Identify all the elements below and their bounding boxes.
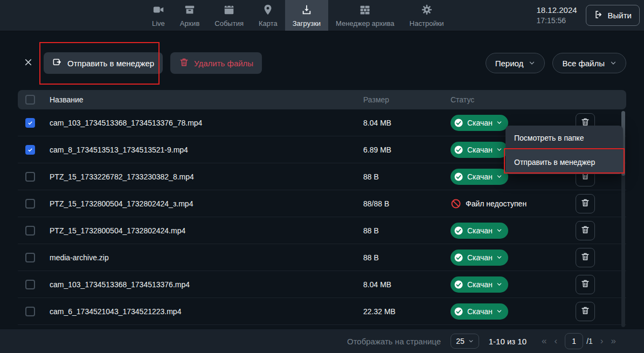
nav-item-downloads[interactable]: Загрузки xyxy=(285,0,328,31)
close-icon xyxy=(23,57,33,69)
top-navbar: Live Архив События Карта Загрузки Менедж… xyxy=(0,0,644,31)
pagination-bar: Отображать на странице 25 1-10 из 10 « ‹… xyxy=(0,329,644,353)
nav-item-archive-manager[interactable]: Менеджер архива xyxy=(328,0,402,31)
map-pin-icon xyxy=(262,4,274,17)
delete-file-button[interactable] xyxy=(576,275,595,294)
period-filter-dropdown[interactable]: Период xyxy=(486,53,545,73)
file-size: 88 B xyxy=(363,226,451,235)
check-circle-icon xyxy=(454,118,463,128)
row-checkbox[interactable] xyxy=(25,145,35,155)
menu-item-send-to-manager[interactable]: Отправить в менеджер xyxy=(505,150,623,174)
delete-file-button[interactable] xyxy=(576,221,595,240)
delete-file-button[interactable] xyxy=(576,302,595,321)
table-row: PTZ_15_1732800504_1732802424_з.mp4 88/88… xyxy=(18,190,626,217)
status-badge[interactable]: Скачан xyxy=(451,223,508,239)
video-camera-icon xyxy=(153,4,164,17)
status-badge[interactable]: Скачан xyxy=(451,142,508,158)
file-size: 88 B xyxy=(363,253,451,262)
delete-file-button[interactable] xyxy=(576,194,595,213)
logout-label: Выйти xyxy=(608,11,632,20)
chevron-down-icon xyxy=(496,308,502,314)
check-circle-icon xyxy=(454,253,463,262)
status-badge[interactable]: Скачан xyxy=(451,169,508,185)
trash-icon xyxy=(580,306,590,317)
row-checkbox[interactable] xyxy=(25,199,35,209)
row-checkbox[interactable] xyxy=(25,118,35,128)
header-name: Название xyxy=(41,95,363,104)
row-checkbox[interactable] xyxy=(25,280,35,289)
table-header: Название Размер Статус xyxy=(18,90,626,109)
file-name: cam_103_1734513368_1734513376_78.mp4 xyxy=(41,119,363,127)
archive-icon xyxy=(184,4,196,17)
trash-icon xyxy=(580,252,590,263)
row-checkbox[interactable] xyxy=(25,226,35,236)
filters: Период Все файлы xyxy=(486,53,626,73)
row-checkbox[interactable] xyxy=(25,253,35,262)
next-page-icon[interactable]: › xyxy=(600,336,604,347)
file-size: 6.89 MB xyxy=(363,146,451,154)
last-page-icon[interactable]: » xyxy=(611,336,616,347)
table-row: cam_6_1734521043_1734521223.mp4 22.32 MB… xyxy=(18,298,626,325)
check-circle-icon xyxy=(454,145,463,155)
nav-item-archive[interactable]: Архив xyxy=(172,0,207,31)
row-checkbox[interactable] xyxy=(25,307,35,316)
send-to-manager-button[interactable]: Отправить в менеджер xyxy=(44,52,163,74)
status-badge[interactable]: Скачан xyxy=(451,115,508,131)
nav-item-label: Менеджер архива xyxy=(336,19,394,27)
datetime: 18.12.2024 17:15:56 xyxy=(537,4,577,26)
current-page[interactable]: 1 xyxy=(565,333,583,349)
file-type-filter-dropdown[interactable]: Все файлы xyxy=(552,53,626,73)
chevron-down-icon xyxy=(468,337,474,345)
row-checkbox[interactable] xyxy=(25,172,35,182)
blocked-icon xyxy=(451,198,461,209)
download-icon xyxy=(301,4,313,17)
nav-item-map[interactable]: Карта xyxy=(251,0,285,31)
file-name: media-archive.zip xyxy=(41,253,363,262)
events-icon xyxy=(223,4,235,17)
delete-files-button[interactable]: Удалить файлы xyxy=(170,52,262,74)
selection-toolbar: Отправить в менеджер Удалить файлы Перио… xyxy=(18,52,626,74)
header-size: Размер xyxy=(363,95,451,104)
status-badge[interactable]: Скачан xyxy=(451,276,508,293)
per-page-dropdown[interactable]: 25 xyxy=(451,334,479,349)
trash-icon xyxy=(580,225,590,236)
downloads-page: Отправить в менеджер Удалить файлы Перио… xyxy=(0,52,644,325)
send-to-manager-icon xyxy=(52,57,63,69)
nav-item-events[interactable]: События xyxy=(207,0,251,31)
header-status: Статус xyxy=(451,95,576,104)
status-label: Скачан xyxy=(467,226,493,235)
file-name: cam_6_1734521043_1734521223.mp4 xyxy=(41,307,363,316)
nav-item-settings[interactable]: Настройки xyxy=(402,0,452,31)
chevron-down-icon xyxy=(496,227,502,233)
check-circle-icon xyxy=(454,226,463,236)
file-size: 88/88 B xyxy=(363,199,451,208)
logout-icon xyxy=(594,10,604,21)
table-row: media-archive.zip 88 B Скачан xyxy=(18,244,626,271)
nav-item-label: Настройки xyxy=(410,19,444,27)
trash-icon xyxy=(580,279,590,290)
file-type-label: Все файлы xyxy=(562,59,605,68)
prev-page-icon[interactable]: ‹ xyxy=(555,336,558,347)
nav-item-label: Карта xyxy=(259,19,278,27)
status-badge[interactable]: Скачан xyxy=(451,250,508,266)
file-size: 8.04 MB xyxy=(363,119,451,127)
file-name: cam_103_1734513368_1734513376.mp4 xyxy=(41,280,363,289)
total-pages: /1 xyxy=(586,337,593,345)
nav-item-label: События xyxy=(214,19,244,27)
chevron-down-icon xyxy=(496,120,502,126)
pager-controls: « ‹ 1 /1 › » xyxy=(542,333,616,349)
file-name: PTZ_15_1732800504_1732802424_з.mp4 xyxy=(41,199,363,208)
clear-selection-button[interactable] xyxy=(18,53,38,73)
trash-icon xyxy=(179,57,189,69)
select-all-checkbox[interactable] xyxy=(25,95,35,105)
status-badge[interactable]: Скачан xyxy=(451,303,508,320)
first-page-icon[interactable]: « xyxy=(542,336,546,347)
nav-item-live[interactable]: Live xyxy=(144,0,172,31)
nav-item-label: Live xyxy=(152,19,165,27)
delete-file-button[interactable] xyxy=(576,248,595,267)
logout-button[interactable]: Выйти xyxy=(586,5,640,26)
check-circle-icon xyxy=(454,280,463,289)
menu-item-view-in-folder[interactable]: Посмотреть в папке xyxy=(505,126,623,150)
table-row: cam_103_1734513368_1734513376.mp4 8.04 M… xyxy=(18,271,626,298)
nav-items: Live Архив События Карта Загрузки Менедж… xyxy=(144,0,452,31)
